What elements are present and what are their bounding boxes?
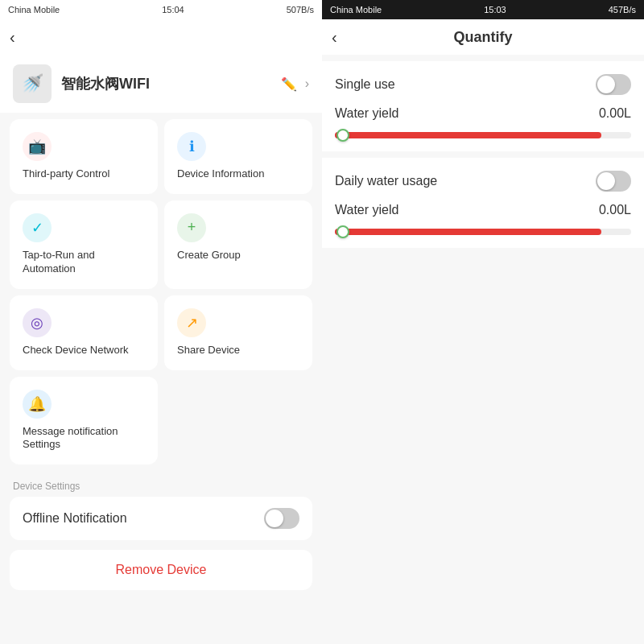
settings-section: Device Settings Offline Notification [10,474,312,540]
yield-row-single-use: Water yield 0.00L [335,106,631,121]
grid-item-msg-notification[interactable]: 🔔 Message notification Settings [10,377,158,465]
slider-thumb-single-use [336,129,349,142]
right-panel: China Mobile 15:03 457B/s ‹ Quantify Sin… [322,0,644,644]
page-title: Quantify [453,29,512,46]
msg-notification-icon: 🔔 [23,390,52,419]
device-icon: 🚿 [13,64,52,103]
nav-bar-right: ‹ Quantify [322,19,644,55]
remove-label: Remove Device [116,563,207,576]
yield-value-daily-usage: 0.00L [599,203,631,217]
status-bar-right: China Mobile 15:03 457B/s [322,0,644,19]
back-button-right[interactable]: ‹ [332,28,337,47]
device-header-actions: ✏️ › [281,76,309,92]
yield-label-single-use: Water yield [335,106,398,121]
speed-left: 507B/s [287,5,314,14]
device-info-icon: ℹ [177,132,206,161]
create-group-label: Create Group [177,249,241,262]
device-info-label: Device Information [177,167,264,181]
toggle-daily-usage[interactable] [596,171,631,192]
features-grid: 📺 Third-party Control ℹ Device Informati… [0,119,322,464]
slider-track-single-use[interactable] [335,132,631,138]
arrow-right-icon[interactable]: › [305,76,309,92]
slider-fill-single-use [335,132,601,138]
device-image: 🚿 [22,73,43,94]
tap-run-icon: ✓ [23,213,52,242]
grid-item-tap-run[interactable]: ✓ Tap-to-Run and Automation [10,200,158,289]
grid-item-create-group[interactable]: + Create Group [164,200,312,289]
third-party-label: Third-party Control [23,167,109,181]
carrier-left: China Mobile [8,5,60,14]
status-bar-left: China Mobile 15:04 507B/s [0,0,322,19]
yield-value-single-use: 0.00L [599,106,631,121]
back-button-left[interactable]: ‹ [10,28,15,47]
toggle-label-daily-usage: Daily water usage [335,174,437,188]
toggle-row-daily-usage: Daily water usage [335,171,631,192]
remove-device-button[interactable]: Remove Device [10,550,312,590]
share-device-icon: ↗ [177,308,206,337]
grid-item-share-device[interactable]: ↗ Share Device [164,295,312,370]
device-name: 智能水阀WIFI [61,74,271,93]
quantify-card-daily-usage: Daily water usage Water yield 0.00L [322,158,644,248]
share-device-label: Share Device [177,344,240,357]
create-group-icon: + [177,213,206,242]
grid-item-third-party[interactable]: 📺 Third-party Control [10,119,158,194]
toggle-single-use[interactable] [596,74,631,95]
third-party-icon: 📺 [23,132,52,161]
msg-notification-label: Message notification Settings [23,425,145,452]
offline-notification-row: Offline Notification [23,497,299,540]
settings-card: Offline Notification [10,497,312,540]
slider-fill-daily-usage [335,229,601,235]
slider-track-daily-usage[interactable] [335,229,631,235]
device-header: 🚿 智能水阀WIFI ✏️ › [0,55,322,113]
offline-label: Offline Notification [23,511,127,526]
left-panel: China Mobile 15:04 507B/s ‹ 🚿 智能水阀WIFI ✏… [0,0,322,644]
quantify-content: Single use Water yield 0.00L Daily water… [322,55,644,644]
grid-item-device-info[interactable]: ℹ Device Information [164,119,312,194]
offline-toggle[interactable] [264,508,299,529]
yield-label-daily-usage: Water yield [335,203,398,217]
check-network-icon: ◎ [23,308,52,337]
edit-icon[interactable]: ✏️ [281,76,297,92]
settings-label: Device Settings [10,474,312,497]
check-network-label: Check Device Network [23,344,129,357]
toggle-label-single-use: Single use [335,77,395,92]
time-right: 15:03 [484,5,506,14]
yield-row-daily-usage: Water yield 0.00L [335,203,631,217]
quantify-card-single-use: Single use Water yield 0.00L [322,61,644,151]
carrier-right: China Mobile [330,5,382,14]
time-left: 15:04 [162,5,184,14]
tap-run-label: Tap-to-Run and Automation [23,249,145,276]
slider-thumb-daily-usage [336,225,349,238]
toggle-row-single-use: Single use [335,74,631,95]
grid-item-check-network[interactable]: ◎ Check Device Network [10,295,158,370]
speed-right: 457B/s [609,5,636,14]
nav-bar-left: ‹ [0,19,322,55]
